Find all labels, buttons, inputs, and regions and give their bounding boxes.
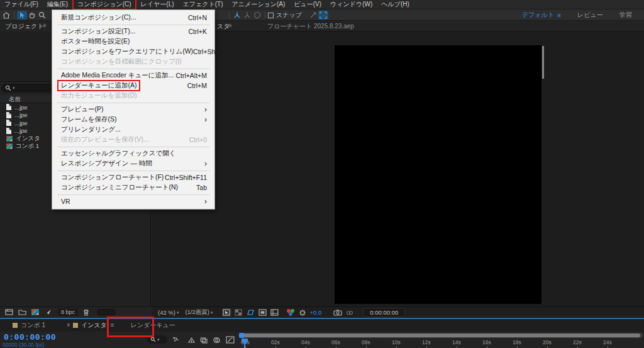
menu-layer[interactable]: レイヤー(L) [136, 0, 179, 9]
world-axis-mode-icon[interactable] [242, 11, 252, 20]
workspace-tab-learn[interactable]: 学習 [619, 11, 632, 20]
menu-item-composition-settings[interactable]: コンポジション設定(T)...Ctrl+K [52, 26, 214, 36]
close-icon[interactable]: × [67, 322, 70, 328]
menu-item-add-to-ame-queue[interactable]: Adobe Media Encoder キューに追加...Ctrl+Alt+M [52, 70, 214, 81]
menu-item-trim-to-workarea[interactable]: コンポジションをワークエリアにトリム(W)Ctrl+Shift+X [52, 47, 214, 57]
composition-icon [6, 143, 13, 149]
panel-menu-icon[interactable]: ≡ [228, 22, 232, 29]
resolution-select[interactable]: (1/2画質) ▾ [186, 308, 213, 317]
project-panel-tab[interactable]: プロジェクト [5, 22, 43, 31]
menu-item-open-in-essential-graphics[interactable]: エッセンシャルグラフィックスで開く [52, 149, 214, 159]
menu-effect[interactable]: エフェクト(T) [179, 0, 228, 9]
bit-depth-button[interactable]: 8 bpc [58, 308, 78, 316]
menu-item-prerender[interactable]: プリレンダリング... [52, 125, 214, 135]
timeline-tab-comp1[interactable]: コンポ 1 [9, 319, 49, 332]
snap-label: スナップ [276, 11, 302, 20]
transform-gizmo-icon[interactable] [318, 11, 328, 20]
mask-visibility-icon[interactable] [258, 308, 267, 317]
menu-item-composition-flowchart[interactable]: コンポジションフローチャート(F)Ctrl+Shift+F11 [52, 172, 214, 182]
interpret-footage-icon[interactable] [5, 309, 13, 315]
menu-view[interactable]: ビュー(V) [289, 0, 326, 9]
composition-canvas[interactable] [335, 45, 541, 304]
panel-menu-icon[interactable]: ≡ [43, 22, 47, 29]
selection-tool-icon[interactable] [17, 11, 27, 20]
shape-tool-icon[interactable] [308, 11, 318, 20]
menu-separator [57, 69, 209, 69]
composition-viewer[interactable] [152, 31, 644, 306]
menu-item-responsive-design-time[interactable]: レスポンシブデザイン — 時間› [52, 159, 214, 169]
menu-separator [57, 171, 209, 171]
menu-item-preview[interactable]: プレビュー(P)› [52, 104, 214, 115]
snapshot-camera-icon[interactable] [333, 308, 342, 317]
comp-label: インスタ [16, 135, 40, 143]
snap-checkbox[interactable] [268, 13, 274, 18]
local-axis-mode-icon[interactable] [232, 11, 242, 20]
menu-help[interactable]: ヘルプ(H) [377, 0, 414, 9]
tab-label: インスタ [81, 321, 107, 330]
chevron-down-icon: ▾ [177, 310, 179, 315]
submenu-arrow-icon: › [204, 115, 207, 124]
workspace-menu-icon[interactable]: ≡ [557, 12, 561, 19]
region-of-interest-icon[interactable] [246, 308, 255, 317]
magnification-select[interactable]: (42 %) ▾ [158, 309, 179, 316]
menu-item-set-poster-time[interactable]: ポスター時間を設定(E) [52, 36, 214, 47]
submenu-arrow-icon: › [204, 159, 207, 168]
viewer-scrollbar[interactable] [542, 46, 544, 79]
search-icon [5, 85, 11, 91]
file-icon [6, 104, 11, 110]
composition-tab-row: スタ ≡ フローチャート 2025.8.23.aep [152, 21, 644, 31]
channel-settings-icon[interactable] [287, 309, 296, 317]
home-icon[interactable] [1, 11, 11, 20]
ruler-tick: 08s [362, 339, 370, 345]
navigator-handle[interactable] [244, 334, 640, 337]
menu-separator [57, 103, 209, 103]
ruler-tick: 22s [573, 339, 582, 345]
ruler-tick: 24s [603, 339, 612, 345]
playhead-line [244, 344, 245, 348]
flowchart-panel-tab[interactable]: フローチャート 2025.8.23.aep [267, 22, 354, 31]
render-queue-tab-highlight-box [107, 317, 154, 337]
file-label: ...jpe [14, 104, 28, 111]
menu-window[interactable]: ウィンドウ(W) [326, 0, 377, 9]
composition-panel: スタ ≡ フローチャート 2025.8.23.aep (42 %) ▾ (1/2… [152, 21, 644, 318]
trash-icon[interactable] [83, 309, 89, 316]
menu-composition[interactable]: コンポジション(C) [72, 0, 136, 10]
menu-item-add-to-render-queue[interactable]: レンダーキューに追加(A) Ctrl+M [52, 81, 214, 91]
project-settings-icon[interactable] [44, 309, 52, 315]
submenu-arrow-icon: › [204, 105, 207, 114]
timeline-tab-bar: コンポ 1 × インスタ ≡ レンダーキュー [0, 319, 644, 332]
transparency-grid-icon[interactable] [234, 308, 243, 317]
toolbar-divider [14, 11, 14, 19]
hand-tool-icon[interactable] [27, 11, 37, 20]
menu-separator [57, 25, 209, 25]
time-ruler[interactable]: 00s 02s 04s 06s 08s 10s 12s 14s 16s 18s … [0, 339, 644, 348]
preview-lock-icon[interactable] [222, 308, 231, 317]
exposure-gear-icon[interactable] [298, 308, 308, 317]
ruler-tick: 18s [513, 339, 521, 345]
file-label: ...jpe [14, 127, 28, 134]
new-composition-icon[interactable] [31, 309, 39, 315]
menu-item-new-composition[interactable]: 新規コンポジション(C)...Ctrl+N [52, 13, 214, 23]
guide-options-icon[interactable] [270, 308, 279, 317]
workspace-tab-review[interactable]: レビュー [577, 11, 603, 20]
show-snapshot-icon[interactable] [345, 308, 354, 317]
menu-item-composition-mini-flowchart[interactable]: コンポジションミニフローチャート(N)Tab [52, 182, 214, 193]
viewer-timecode-field[interactable]: 0:00:00:00 [363, 308, 405, 317]
zoom-tool-icon[interactable] [37, 11, 47, 20]
timeline-panel: コンポ 1 × インスタ ≡ レンダーキュー 0:00:00:00 00000 … [0, 319, 644, 348]
menu-file[interactable]: ファイル(F) [0, 0, 43, 9]
view-axis-mode-icon[interactable] [252, 11, 262, 20]
ruler-tick: 02s [271, 339, 280, 345]
project-footer: 8 bpc [0, 306, 151, 317]
menu-animation[interactable]: アニメーション(A) [227, 0, 289, 9]
exposure-value[interactable]: +0.0 [310, 309, 322, 316]
workspace-tab-default[interactable]: デフォルト [522, 11, 554, 20]
menu-item-vr[interactable]: VR› [52, 196, 214, 206]
timeline-navigator-bar[interactable] [239, 333, 643, 338]
search-caret-icon: ▾ [13, 86, 15, 91]
composition-dropdown-menu: 新規コンポジション(C)...Ctrl+N コンポジション設定(T)...Ctr… [52, 9, 215, 210]
new-folder-icon[interactable] [18, 309, 26, 315]
composition-mini-icon [13, 323, 18, 328]
menu-edit[interactable]: 編集(E) [43, 0, 72, 9]
menu-item-save-frame[interactable]: フレームを保存(S)› [52, 115, 214, 125]
